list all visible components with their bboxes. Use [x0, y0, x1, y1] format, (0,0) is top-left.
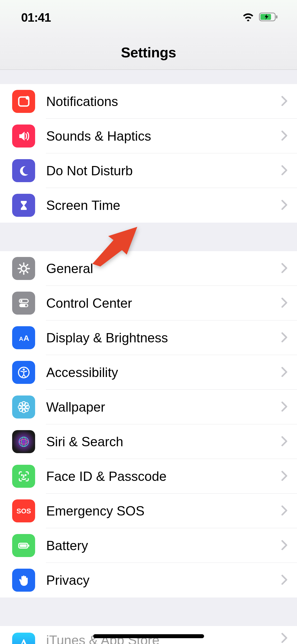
row-label: Notifications	[46, 94, 281, 109]
home-indicator[interactable]	[93, 634, 204, 638]
row-general[interactable]: General	[0, 251, 297, 286]
chevron-right-icon	[281, 633, 287, 644]
row-label: Face ID & Passcode	[46, 469, 281, 484]
chevron-right-icon	[281, 130, 287, 142]
appstore-icon	[12, 633, 35, 644]
svg-text:A: A	[23, 334, 29, 342]
section-gap	[0, 70, 297, 84]
row-wallpaper[interactable]: Wallpaper	[0, 390, 297, 424]
chevron-right-icon	[281, 332, 287, 344]
row-label: Do Not Disturb	[46, 163, 281, 178]
row-label: Siri & Search	[46, 434, 281, 449]
chevron-right-icon	[281, 96, 287, 107]
wifi-icon	[242, 12, 254, 23]
svg-line-12	[20, 272, 21, 273]
section-gap	[0, 597, 297, 626]
svg-line-13	[27, 265, 28, 266]
notifications-icon	[12, 90, 35, 113]
svg-point-5	[21, 266, 26, 271]
row-label: Accessibility	[46, 365, 281, 380]
row-label: Sounds & Haptics	[46, 128, 281, 144]
svg-point-33	[25, 475, 26, 475]
svg-point-4	[26, 96, 29, 100]
row-label: Control Center	[46, 296, 281, 311]
svg-text:A: A	[19, 335, 23, 342]
gear-icon	[12, 257, 35, 280]
row-siri-search[interactable]: Siri & Search	[0, 424, 297, 459]
row-screen-time[interactable]: Screen Time	[0, 188, 297, 223]
chevron-right-icon	[281, 574, 287, 586]
chevron-right-icon	[281, 367, 287, 378]
row-privacy[interactable]: Privacy	[0, 563, 297, 597]
toggles-icon	[12, 292, 35, 315]
chevron-right-icon	[281, 401, 287, 413]
letters-icon: AA	[12, 326, 35, 349]
row-face-id-passcode[interactable]: Face ID & Passcode	[0, 459, 297, 494]
sos-icon: SOS	[12, 499, 35, 522]
row-label: Display & Brightness	[46, 330, 281, 346]
svg-point-31	[19, 437, 29, 447]
svg-point-17	[25, 304, 27, 306]
chevron-right-icon	[281, 297, 287, 309]
battery-icon	[12, 534, 35, 557]
row-label: Wallpaper	[46, 399, 281, 415]
svg-line-11	[27, 272, 28, 273]
settings-screen: 01:41 Settings	[0, 0, 297, 644]
page-header: Settings	[0, 35, 297, 70]
chevron-right-icon	[281, 436, 287, 448]
row-emergency-sos[interactable]: SOS Emergency SOS	[0, 494, 297, 528]
row-display-brightness[interactable]: AA Display & Brightness	[0, 320, 297, 355]
svg-rect-2	[276, 15, 277, 19]
chevron-right-icon	[281, 540, 287, 551]
row-label: Screen Time	[46, 198, 281, 213]
settings-group-1: Notifications Sounds & Haptics Do Not Di…	[0, 84, 297, 223]
svg-point-15	[20, 300, 22, 302]
moon-icon	[12, 159, 35, 182]
row-notifications[interactable]: Notifications	[0, 84, 297, 119]
settings-group-2: General Control Center AA Display & Brig…	[0, 251, 297, 597]
accessibility-icon	[12, 361, 35, 384]
page-title: Settings	[121, 44, 176, 61]
row-label: Battery	[46, 538, 281, 553]
row-control-center[interactable]: Control Center	[0, 286, 297, 320]
section-gap	[0, 223, 297, 251]
chevron-right-icon	[281, 165, 287, 177]
svg-text:SOS: SOS	[16, 507, 31, 515]
chevron-right-icon	[281, 263, 287, 274]
chevron-right-icon	[281, 200, 287, 211]
hourglass-icon	[12, 194, 35, 217]
svg-rect-36	[20, 544, 27, 547]
svg-point-21	[23, 369, 25, 371]
battery-charging-icon	[259, 12, 279, 23]
row-label: Privacy	[46, 573, 281, 588]
chevron-right-icon	[281, 505, 287, 517]
status-time: 01:41	[21, 10, 51, 25]
chevron-right-icon	[281, 471, 287, 482]
svg-line-10	[20, 265, 21, 266]
row-accessibility[interactable]: Accessibility	[0, 355, 297, 390]
row-battery[interactable]: Battery	[0, 528, 297, 563]
siri-icon	[12, 430, 35, 453]
faceid-icon	[12, 465, 35, 488]
status-right	[242, 12, 279, 23]
hand-icon	[12, 569, 35, 592]
svg-point-32	[21, 475, 22, 475]
row-sounds-haptics[interactable]: Sounds & Haptics	[0, 119, 297, 153]
row-do-not-disturb[interactable]: Do Not Disturb	[0, 153, 297, 188]
speaker-icon	[12, 125, 35, 148]
row-label: Emergency SOS	[46, 503, 281, 519]
svg-rect-37	[28, 545, 29, 547]
status-bar: 01:41	[0, 0, 297, 35]
row-label: General	[46, 261, 281, 276]
flower-icon	[12, 395, 35, 418]
